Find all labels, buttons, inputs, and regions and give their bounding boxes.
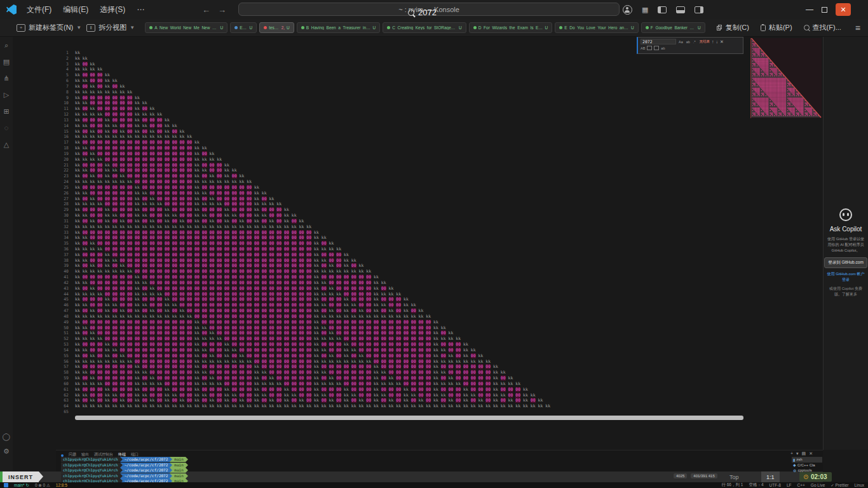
editor[interactable]: 1kk2kk kk3kk 00 kk4kk kk kk kk5kk 00 00 …: [13, 37, 823, 450]
tab-D_For_Wizards_the_Exam_Is_Easy_but_I_Couldnt_Handle_My_Emotions.cpp[interactable]: D_For_Wizards_the_Exam_Is_Easy_but_I_Cou…: [469, 22, 553, 33]
account-icon[interactable]: ◯: [3, 433, 10, 440]
panel-control-2[interactable]: ▤: [802, 451, 806, 456]
panel-control-1[interactable]: ▾: [796, 451, 799, 456]
split-view-button[interactable]: ‖ 拆分视图 ▼: [86, 23, 135, 32]
line-text: kk kk 00 00 00 00 00 00 00 00 00 00 00 0…: [75, 235, 327, 241]
tab-test.cpp[interactable]: test.cpp2,U: [259, 22, 294, 33]
line-text: kk kk 00 00 00 00 00 00 kk kk 00 00 00 0…: [75, 280, 386, 286]
hamburger-menu-icon[interactable]: ≡: [855, 23, 860, 33]
menu-item-3[interactable]: ⋯: [132, 4, 149, 15]
minimap[interactable]: [750, 38, 822, 118]
tab-E.cpp[interactable]: E.cppU: [230, 22, 257, 33]
new-tab-button[interactable]: + 新建标签页(N) ▼: [17, 23, 81, 32]
terminal-rows[interactable]: ch1pyqvkr@Ch1pyqYukiArch~/code/acpc/cf/2…: [61, 457, 188, 484]
tab-label: E_Do_You_Love_Your_Hero_and_His_Two-Hit_…: [564, 25, 629, 30]
tab-B_Having_Been_a_Treasurer_in_the_Past_I_Help_Goblins_Deceive.cpp[interactable]: B_Having_Been_a_Treasurer_in_the_Past_I_…: [297, 22, 381, 33]
statusbar-right-item-1[interactable]: 空格：4: [749, 482, 763, 488]
find-prev-icon[interactable]: ↑: [712, 39, 714, 44]
statusbar-right-item-4[interactable]: C++: [797, 483, 805, 487]
statusbar-left-item-2[interactable]: 12:8:5: [56, 483, 67, 487]
statusbar-right-item-7[interactable]: Linux: [854, 483, 864, 487]
back-icon[interactable]: ←: [202, 5, 210, 15]
statusbar-right-item-0[interactable]: 行 66，列 1: [721, 482, 743, 488]
panel-control-0[interactable]: +: [790, 451, 793, 456]
prompt-branch: main: [172, 473, 185, 478]
remote-icon[interactable]: [4, 483, 8, 487]
forward-icon[interactable]: →: [218, 5, 226, 15]
line-text: kk 00 00 00 00 00 00 00 00 00 00 00 00 0…: [75, 320, 438, 325]
find-button[interactable]: 查找(F)...: [804, 23, 841, 32]
explorer-icon[interactable]: ▤: [3, 58, 10, 65]
horizontal-scrollbar[interactable]: [75, 416, 743, 420]
line-number: 28: [13, 201, 69, 207]
toggle-panel-icon[interactable]: [676, 6, 685, 13]
editor-line: 64kk kk kk kk kk kk kk kk kk kk kk kk kk…: [13, 403, 823, 409]
statusbar-left: main* ↻0 ⊗ 0 ⚠12:8:5: [14, 483, 67, 488]
find-next-icon[interactable]: ↓: [716, 39, 719, 44]
editor-line: 44kk kk kk kk 00 00 00 00 kk kk kk kk 00…: [13, 292, 823, 297]
editor-line: 13kk 00 00 00 kk 00 00 00 kk 00 00 00 kk: [13, 118, 823, 123]
line-text: kk kk 00 00 kk kk 00 00 00 00 00 00 00 0…: [75, 168, 237, 173]
copilot-signin-link[interactable]: 使用 GitHub.com 帐户登录: [824, 271, 868, 283]
testing-icon[interactable]: △: [4, 141, 9, 148]
replace-toggle-icon[interactable]: AB: [641, 46, 645, 50]
paste-button[interactable]: 粘贴(P): [761, 23, 792, 32]
terminal-list-item-cpptools[interactable]: ⚙cpptools: [792, 468, 822, 473]
find-toggles: Aaab.*: [678, 40, 696, 44]
line-text: kk kk kk kk: [75, 67, 102, 72]
source-control-icon[interactable]: ⋔: [3, 75, 9, 82]
terminal-list-item-zsh[interactable]: ▮zsh: [792, 457, 822, 463]
statusbar-right-item-3[interactable]: LF: [787, 483, 792, 487]
find-option-icon[interactable]: [654, 46, 659, 50]
panel-indicator-icon: [61, 454, 64, 457]
tab-F_Goodbye_Banker_Life.cpp[interactable]: F_Goodbye_Banker_Life.cppU: [641, 22, 705, 33]
statusbar-left-item-0[interactable]: main* ↻: [14, 483, 29, 488]
find-close-icon[interactable]: ✕: [720, 39, 724, 44]
chat-icon[interactable]: ◌: [4, 125, 9, 132]
settings-icon[interactable]: ⚙: [3, 448, 10, 455]
menu-item-0[interactable]: 文件(F): [22, 3, 57, 17]
prompt-branch: main: [172, 468, 185, 473]
search-icon[interactable]: ⌕: [4, 42, 8, 49]
chevron-down-icon[interactable]: ▼: [76, 25, 81, 30]
tab-E_Do_You_Love_Your_Hero_and_His_Two-Hit_Multi-Target_Attacks.cpp[interactable]: E_Do_You_Love_Your_Hero_and_His_Two-Hit_…: [555, 22, 639, 33]
tab-C_Creating_Keys_for_StORages_Has_Become_My_Main_Skill.cpp[interactable]: C_Creating_Keys_for_StORages_Has_Become_…: [383, 22, 466, 33]
find-option-icon[interactable]: [647, 46, 652, 50]
toggle-sidebar-icon[interactable]: [658, 6, 667, 13]
editor-line: 35kk 00 kk 00 00 00 00 00 00 00 00 00 00…: [13, 241, 823, 247]
find-input[interactable]: [641, 39, 676, 44]
terminal-type-icon: ▮: [793, 458, 795, 462]
menu-item-1[interactable]: 编辑(E): [58, 3, 93, 17]
find-toggle-ab[interactable]: ab: [686, 40, 691, 44]
editor-line: 39kk 00 kk 00 kk 00 kk 00 00 00 00 00 00…: [13, 263, 823, 269]
editor-line: 38kk kk 00 00 kk kk 00 00 00 00 00 00 00…: [13, 258, 823, 264]
panel-control-3[interactable]: ✕: [809, 451, 813, 456]
tab-A_New_World_New_Me_New_Array.cpp[interactable]: A_New_World_New_Me_New_Array.cppU: [145, 22, 227, 33]
line-text: kk kk 00 00 00 00 00 00 kk kk: [75, 100, 147, 106]
editor-line: 58kk kk 00 00 00 00 00 00 kk kk 00 00 00…: [13, 370, 823, 376]
find-toggle-Aa[interactable]: Aa: [678, 40, 684, 44]
line-text: kk 00 00 00 kk 00 00 00 00 00 00 00 00 0…: [75, 342, 468, 348]
maximize-icon[interactable]: [822, 7, 827, 13]
terminal-list-item-C/C++ Cla[interactable]: ◆C/C++ Cla: [792, 463, 822, 468]
close-button[interactable]: ✕: [836, 3, 851, 16]
line-number: 64: [13, 403, 69, 409]
statusbar-right-item-5[interactable]: Go Live: [811, 483, 825, 487]
grid-icon[interactable]: ▦: [642, 6, 648, 13]
statusbar-left-item-1[interactable]: 0 ⊗ 0 ⚠: [35, 483, 50, 488]
toggle-secondary-sidebar-icon[interactable]: [695, 6, 703, 13]
statusbar-right-item-2[interactable]: UTF-8: [770, 483, 781, 487]
copilot-signin-button[interactable]: 登录到 GitHub.com: [824, 257, 867, 268]
statusbar-right-item-6[interactable]: ✓ Prettier: [831, 483, 848, 488]
find-toggle-.*[interactable]: .*: [693, 40, 696, 44]
account-icon[interactable]: [623, 5, 632, 15]
powerline-arrow: [186, 463, 188, 468]
run-debug-icon[interactable]: ▷: [4, 92, 9, 98]
menu-item-2[interactable]: 选择(S): [95, 3, 130, 17]
line-text: kk kk kk kk 00 00 00 00 00 00 00 00 00 0…: [75, 157, 222, 163]
copy-button[interactable]: 复制(C): [717, 23, 749, 32]
editor-line: 9kk 00 00 00 00 00 00 00 kk: [13, 95, 823, 101]
minimize-icon[interactable]: —: [806, 6, 813, 13]
extensions-icon[interactable]: ⊞: [3, 108, 9, 115]
chevron-down-icon[interactable]: ▼: [130, 25, 135, 30]
